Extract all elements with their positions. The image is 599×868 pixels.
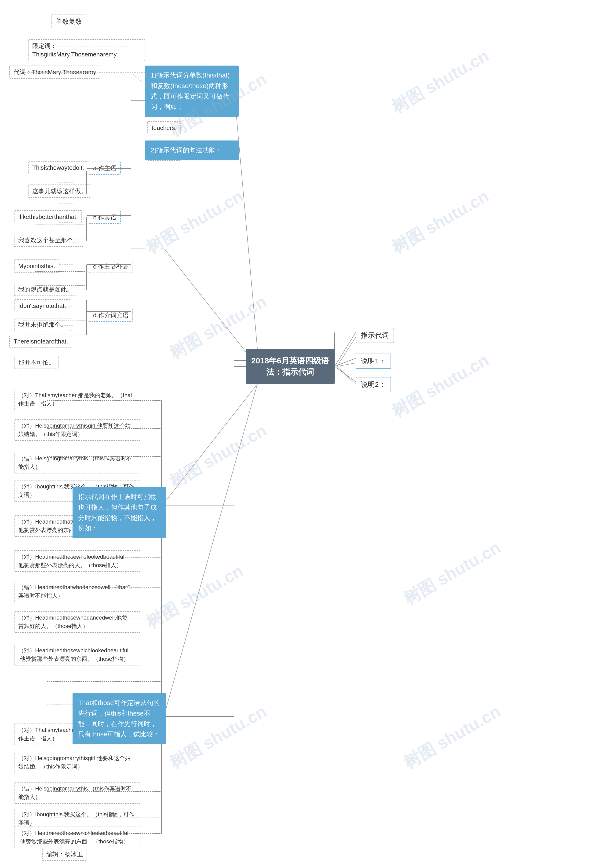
svg-line-23 xyxy=(335,367,356,382)
watermark-6: 树图 shutu.cn xyxy=(166,700,271,774)
watermark-2: 树图 shutu.cn xyxy=(142,185,247,259)
node-c-predicate: c.作主语补语 xyxy=(89,260,132,273)
node-thisisway: Thisisthewaytodoit. xyxy=(28,161,88,174)
node-idont: Idon'tsaynotothat. xyxy=(14,299,70,312)
sec4-ex3: （错）Heisgoingtomarrythis.（this作宾语时不能指人） xyxy=(14,782,140,804)
info-box-1: 1)指示代词分单数(this/that)和复数(these/those)两种形式… xyxy=(145,66,239,117)
info-box-3: 指示代词在作主语时可指物也可指人，但作其他句子成分时只能指物，不能指人，例如： xyxy=(72,487,166,538)
central-node: 2018年6月英语四级语法：指示代词 xyxy=(246,349,335,384)
branch-zhishi: 指示代词 xyxy=(356,328,394,343)
node-ilike: Ilikethisbetterthanthat. xyxy=(14,210,82,223)
node-thereis: Thereisnofearofthat. xyxy=(9,335,72,348)
node-singplural: 单数复数 xyxy=(51,15,86,28)
watermark-r1: 树图 shutu.cn xyxy=(388,44,493,118)
watermark-r5: 树图 shutu.cn xyxy=(399,700,505,774)
sec4-ex5: （对）Headmiredthosewhichlookedbeautiful.他赞… xyxy=(14,827,140,848)
node-teachers-1: teachers. xyxy=(147,121,181,134)
info-box-2: 2)指示代词的句法功能： xyxy=(145,140,239,160)
node-zheshi: 这事儿就该这样做。 xyxy=(28,184,91,198)
node-b-object: b.作宾语 xyxy=(89,211,121,224)
node-nabingbu: 那并不可怕。 xyxy=(14,356,59,369)
node-xianding: 限定词：ThisgirlisMary.Thosemenaremy xyxy=(28,39,145,61)
node-guandian: 我的观点就是如此。 xyxy=(14,283,77,296)
branch-shuoming1: 说明1： xyxy=(356,353,391,369)
svg-line-22 xyxy=(335,358,356,367)
main-container: 树图 shutu.cn 树图 shutu.cn 树图 shutu.cn 树图 s… xyxy=(0,0,599,868)
example-7: （错）Headmiredthatwhodancedwell.（that作宾语时不… xyxy=(14,581,140,602)
info-box-4: That和those可作定语从句的先行词，但this和these不能，同时，在作… xyxy=(72,693,166,744)
watermark-r3: 树图 shutu.cn xyxy=(388,349,493,423)
node-daici: 代词：ThisisMary.Thosearemy xyxy=(9,66,100,78)
footer-editor: 编辑：杨冰玉 xyxy=(42,848,87,861)
watermark-4: 树图 shutu.cn xyxy=(166,419,271,493)
branch-shuoming2: 说明2： xyxy=(356,377,391,392)
example-2: （对）Heisgoingtomarrythisgirl.他要和这个姑娘结婚。（t… xyxy=(14,419,140,441)
watermark-r4: 树图 shutu.cn xyxy=(399,536,505,610)
example-6: （对）Headmiredthosewholookedbeautiful.他赞赏那… xyxy=(14,550,140,572)
example-3: （错）Heisgoingtomarrythis.（this作宾语时不能指人） xyxy=(14,452,140,474)
svg-line-21 xyxy=(335,332,356,367)
sec4-ex2: （对）Heisgoingtomarrythisgirl.他要和这个姑娘结婚。（t… xyxy=(14,752,140,773)
example-9: （对）Headmiredthosewhichlookedbeautiful.他赞… xyxy=(14,644,140,666)
watermark-5: 树图 shutu.cn xyxy=(142,560,247,633)
sec4-ex4: （对）Iboughtthis.我买这个。（this指物，可作宾语） xyxy=(14,808,140,829)
example-1: （对）Thatismyteacher.那是我的老师。（that作主语，指人） xyxy=(14,389,140,410)
node-mypoint: Mypointisthis. xyxy=(14,260,59,273)
node-xihuan: 我喜欢这个甚至那个。 xyxy=(14,234,83,247)
node-wubingwei: 我并未拒绝那个。 xyxy=(14,318,71,331)
node-d-prep: d.作介词宾语 xyxy=(89,309,133,322)
watermark-r2: 树图 shutu.cn xyxy=(388,185,493,259)
node-a-subject: a.作主语 xyxy=(89,162,121,175)
example-8: （对）Headmiredthosewhodancedwell.他赞赏舞好的人。（… xyxy=(14,611,140,633)
